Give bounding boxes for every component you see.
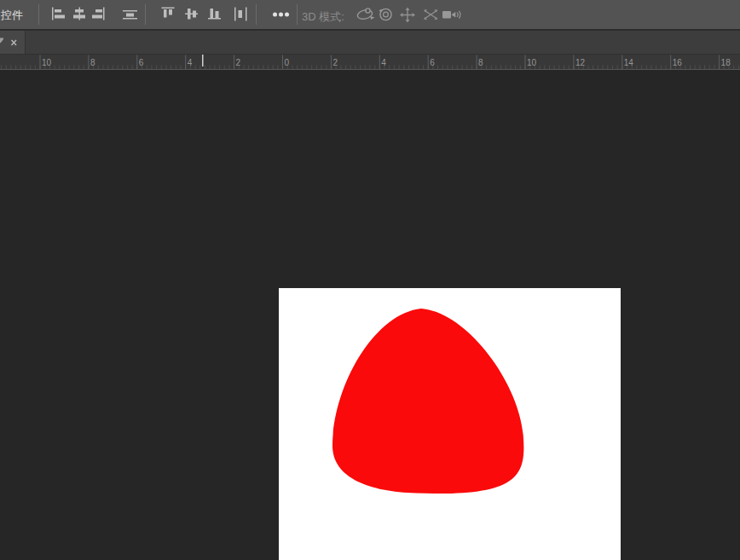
svg-text:0: 0	[285, 58, 290, 67]
svg-text:12: 12	[575, 58, 586, 67]
svg-text:6: 6	[139, 58, 144, 67]
svg-text:8: 8	[478, 58, 483, 67]
svg-text:18: 18	[721, 58, 731, 67]
svg-text:16: 16	[673, 58, 683, 67]
svg-text:14: 14	[624, 58, 634, 67]
svg-text:4: 4	[188, 58, 193, 67]
svg-text:10: 10	[42, 58, 52, 67]
svg-text:2: 2	[332, 58, 338, 67]
svg-text:8: 8	[90, 58, 95, 67]
svg-text:10: 10	[527, 58, 537, 67]
svg-text:6: 6	[430, 58, 435, 67]
svg-text:2: 2	[236, 58, 241, 67]
svg-text:4: 4	[381, 58, 386, 67]
